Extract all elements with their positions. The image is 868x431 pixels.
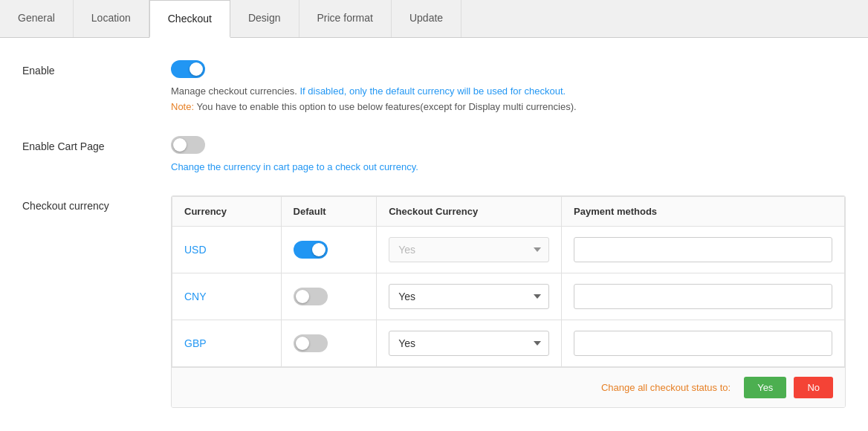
tab-bar: General Location Checkout Design Price f… bbox=[0, 0, 868, 38]
table-row: USD Yes No bbox=[172, 227, 845, 273]
col-default: Default bbox=[281, 197, 377, 227]
usd-default-slider bbox=[294, 241, 328, 259]
enable-cart-page-helper-text: Change the currency in cart page to a ch… bbox=[171, 161, 418, 172]
currency-table-head: Currency Default Checkout Currency Payme… bbox=[172, 197, 845, 227]
cny-default-slider bbox=[294, 288, 328, 305]
enable-cart-page-label: Enable Cart Page bbox=[22, 136, 171, 152]
usd-checkout-cell: Yes No bbox=[377, 227, 562, 273]
tab-checkout[interactable]: Checkout bbox=[149, 0, 230, 38]
enable-helper: Manage checkout currencies. If disabled,… bbox=[171, 84, 846, 115]
gbp-default-slider bbox=[294, 334, 328, 352]
enable-helper-pre: Manage checkout currencies. bbox=[171, 85, 299, 97]
col-checkout-currency: Checkout Currency bbox=[377, 197, 562, 227]
enable-note-bold: Note: bbox=[171, 101, 194, 112]
usd-default-toggle[interactable] bbox=[294, 241, 328, 259]
currency-table: Currency Default Checkout Currency Payme… bbox=[172, 196, 845, 367]
gbp-payment-cell bbox=[562, 320, 845, 367]
cny-payment-cell bbox=[562, 273, 845, 320]
cny-checkout-select[interactable]: Yes No bbox=[389, 284, 549, 309]
enable-helper-link: If disabled, only the default currency w… bbox=[299, 85, 566, 97]
enable-cart-page-helper: Change the currency in cart page to a ch… bbox=[171, 160, 846, 175]
enable-toggle[interactable] bbox=[171, 60, 205, 78]
usd-checkout-select[interactable]: Yes No bbox=[389, 237, 549, 262]
change-all-no-button[interactable]: No bbox=[794, 377, 833, 398]
col-currency: Currency bbox=[172, 197, 282, 227]
enable-control: Manage checkout currencies. If disabled,… bbox=[171, 60, 846, 115]
footer-text: Change all checkout status to: bbox=[601, 382, 731, 393]
enable-cart-page-control: Change the currency in cart page to a ch… bbox=[171, 136, 846, 175]
currency-usd-label: USD bbox=[184, 244, 207, 256]
currency-cny-label: CNY bbox=[184, 291, 207, 302]
cny-default-toggle[interactable] bbox=[294, 288, 328, 305]
currency-usd: USD bbox=[172, 227, 282, 273]
gbp-checkout-select[interactable]: Yes No bbox=[389, 331, 549, 356]
cny-checkout-cell: Yes No bbox=[377, 273, 562, 320]
table-row: CNY Yes No bbox=[172, 273, 845, 320]
enable-cart-page-slider bbox=[171, 136, 205, 154]
usd-default-cell bbox=[281, 227, 377, 273]
usd-payment-cell bbox=[562, 227, 845, 273]
currency-table-header-row: Currency Default Checkout Currency Payme… bbox=[172, 197, 845, 227]
currency-table-body: USD Yes No bbox=[172, 227, 845, 367]
currency-table-wrapper: Currency Default Checkout Currency Payme… bbox=[171, 195, 846, 408]
gbp-checkout-cell: Yes No bbox=[377, 320, 562, 367]
checkout-currency-label: Checkout currency bbox=[22, 195, 171, 212]
gbp-default-toggle[interactable] bbox=[294, 334, 328, 352]
change-all-yes-button[interactable]: Yes bbox=[744, 377, 786, 398]
cny-payment-input[interactable] bbox=[574, 284, 832, 309]
gbp-default-cell bbox=[281, 320, 377, 367]
table-row: GBP Yes No bbox=[172, 320, 845, 367]
enable-toggle-slider bbox=[171, 60, 205, 78]
checkout-currency-row: Checkout currency Currency Default Check… bbox=[22, 195, 846, 408]
usd-payment-input[interactable] bbox=[574, 237, 832, 262]
col-payment-methods: Payment methods bbox=[562, 197, 845, 227]
table-footer: Change all checkout status to: Yes No bbox=[172, 367, 845, 407]
enable-label: Enable bbox=[22, 60, 171, 77]
enable-row: Enable Manage checkout currencies. If di… bbox=[22, 60, 846, 115]
enable-cart-page-toggle[interactable] bbox=[171, 136, 205, 154]
currency-gbp-label: GBP bbox=[184, 337, 207, 349]
gbp-payment-input[interactable] bbox=[574, 331, 832, 356]
currency-gbp: GBP bbox=[172, 320, 282, 367]
tab-design[interactable]: Design bbox=[230, 0, 299, 37]
tab-location[interactable]: Location bbox=[74, 0, 149, 37]
tab-price-format[interactable]: Price format bbox=[299, 0, 392, 37]
enable-note-text: You have to enable this option to use be… bbox=[194, 101, 577, 112]
currency-cny: CNY bbox=[172, 273, 282, 320]
cny-default-cell bbox=[281, 273, 377, 320]
checkout-currency-control: Currency Default Checkout Currency Payme… bbox=[171, 195, 846, 408]
tab-general[interactable]: General bbox=[0, 0, 74, 37]
enable-cart-page-row: Enable Cart Page Change the currency in … bbox=[22, 136, 846, 175]
main-content: Enable Manage checkout currencies. If di… bbox=[0, 38, 868, 431]
tab-update[interactable]: Update bbox=[392, 0, 461, 37]
